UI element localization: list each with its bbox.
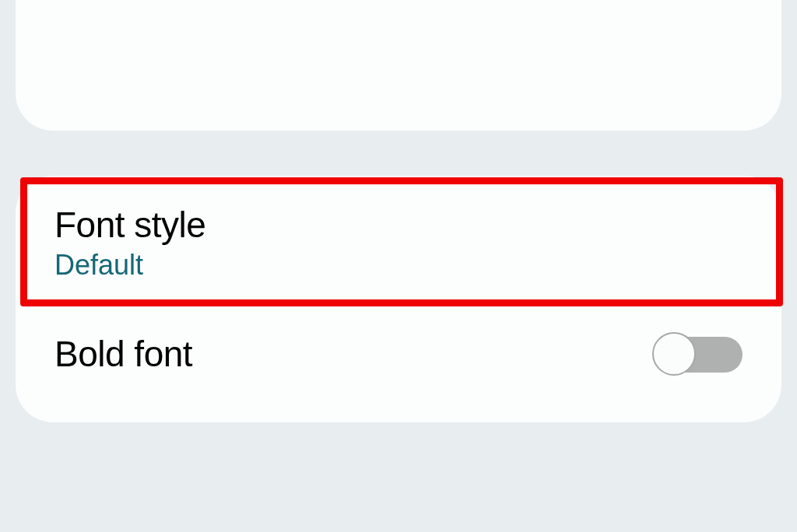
top-card	[16, 0, 781, 131]
bold-font-toggle[interactable]	[652, 332, 743, 376]
font-style-value: Default	[54, 249, 743, 282]
settings-screen: Font style Default Bold font	[0, 0, 797, 532]
bold-font-row[interactable]: Bold font	[16, 306, 781, 391]
toggle-knob	[652, 332, 696, 376]
font-style-label: Font style	[54, 204, 743, 246]
bold-font-label: Bold font	[54, 333, 192, 375]
font-style-row[interactable]: Font style Default	[16, 176, 781, 305]
font-settings-card: Font style Default Bold font	[16, 176, 781, 422]
